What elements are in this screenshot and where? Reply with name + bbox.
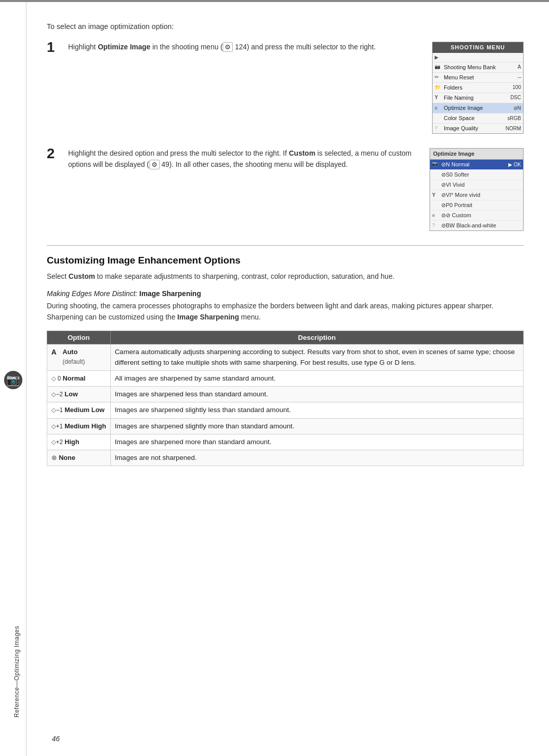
menu-row2-morevivid: Y ⊘VI* More vivid: [430, 190, 523, 200]
option-normal: ◇ 0 Normal: [47, 370, 111, 386]
table-row-auto: A Auto (default) Camera automatically ad…: [47, 344, 524, 371]
menu-row2-custom: ≡ ⊘⊘ Custom: [430, 211, 523, 221]
menu-row-reset: ✏ Menu Reset --: [433, 73, 523, 83]
page-number: 46: [52, 735, 60, 743]
col-description: Description: [110, 331, 523, 344]
main-content: To select an image optimization option: …: [26, 2, 549, 756]
option-medium-high: ◇+1 Medium High: [47, 418, 111, 434]
section-intro: Select Custom to make separate adjustmen…: [47, 271, 524, 282]
desc-normal: All images are sharpened by same standar…: [110, 370, 523, 386]
menu-row-colorspace: Color Space sRGB: [433, 113, 523, 124]
table-row-none: ⊗ None Images are not sharpened.: [47, 450, 524, 466]
camera-icon: 📷: [4, 371, 22, 389]
step-2: 2 Highlight the desired option and press…: [47, 148, 524, 231]
col-option: Option: [47, 331, 111, 344]
step-2-number: 2: [47, 146, 63, 162]
step-2-text: Highlight the desired option and press t…: [68, 148, 419, 170]
table-row-medium-low: ◇−1 Medium Low Images are sharpened slig…: [47, 402, 524, 418]
desc-medium-high: Images are sharpened slightly more than …: [110, 418, 523, 434]
desc-low: Images are sharpened less than standard …: [110, 387, 523, 402]
menu-row2-normal: 📷 ⊘N Normal ▶ OK: [430, 160, 523, 170]
step-1-number: 1: [47, 40, 63, 55]
table-row-high: ◇+2 High Images are sharpened more than …: [47, 434, 524, 450]
shooting-menu-screenshot: SHOOTING MENU ▶ 📷 Shooting Menu Bank A ✏…: [432, 42, 524, 134]
desc-none: Images are not sharpened.: [110, 450, 523, 466]
menu-row2-portrait: ⊘P0 Portrait: [430, 200, 523, 211]
menu-row2-softer: ⊘S0 Softer: [430, 170, 523, 180]
subsection-heading: Making Edges More Distinct: Image Sharpe…: [47, 289, 524, 298]
desc-high: Images are sharpened more than standard …: [110, 434, 523, 450]
step-1: 1 Highlight Optimize Image in the shooti…: [47, 42, 524, 134]
menu-row-folders: 📁 Folders 100: [433, 83, 523, 93]
table-row-low: ◇−2 Low Images are sharpened less than s…: [47, 387, 524, 402]
step-1-content: Highlight Optimize Image in the shooting…: [68, 42, 524, 134]
menu-header: SHOOTING MENU: [433, 42, 523, 53]
step-1-text: Highlight Optimize Image in the shooting…: [68, 42, 422, 53]
menu-row-optimize: ≡ Optimize Image ⊘N: [433, 103, 523, 113]
section-heading: Customizing Image Enhancement Options: [47, 255, 524, 266]
intro-text: To select an image optimization option:: [47, 22, 524, 31]
menu-row2-vivid: ⊘VI Vivid: [430, 180, 523, 190]
sidebar-label: Reference—Optimizing Images: [13, 626, 20, 717]
menu-row-naming: Y File Naming DSC: [433, 93, 523, 103]
option-medium-low: ◇−1 Medium Low: [47, 402, 111, 418]
desc-auto: Camera automatically adjusts sharpening …: [110, 344, 523, 371]
menu-row2-bw: ? ⊘BW Black-and-white: [430, 221, 523, 230]
desc-medium-low: Images are sharpened slightly less than …: [110, 402, 523, 418]
body-text: During shooting, the camera processes ph…: [47, 301, 524, 323]
optimize-menu-screenshot: Optimize Image 📷 ⊘N Normal ▶ OK ⊘S0 Soft…: [430, 148, 524, 231]
optimize-menu-title: Optimize Image: [430, 149, 523, 160]
options-table: Option Description A Auto (default): [47, 331, 524, 466]
step-2-content: Highlight the desired option and press t…: [68, 148, 524, 231]
table-row-medium-high: ◇+1 Medium High Images are sharpened sli…: [47, 418, 524, 434]
menu-row-quality: ? Image Quality NORM: [433, 124, 523, 133]
option-low: ◇−2 Low: [47, 387, 111, 402]
option-none: ⊗ None: [47, 450, 111, 466]
option-auto: A Auto (default): [47, 344, 111, 371]
menu-row-bank: 📷 Shooting Menu Bank A: [433, 63, 523, 73]
option-high: ◇+2 High: [47, 434, 111, 450]
table-row-normal: ◇ 0 Normal All images are sharpened by s…: [47, 370, 524, 386]
menu-row-arrow: ▶: [433, 53, 523, 63]
sidebar: 📷 Reference—Optimizing Images: [0, 2, 26, 756]
